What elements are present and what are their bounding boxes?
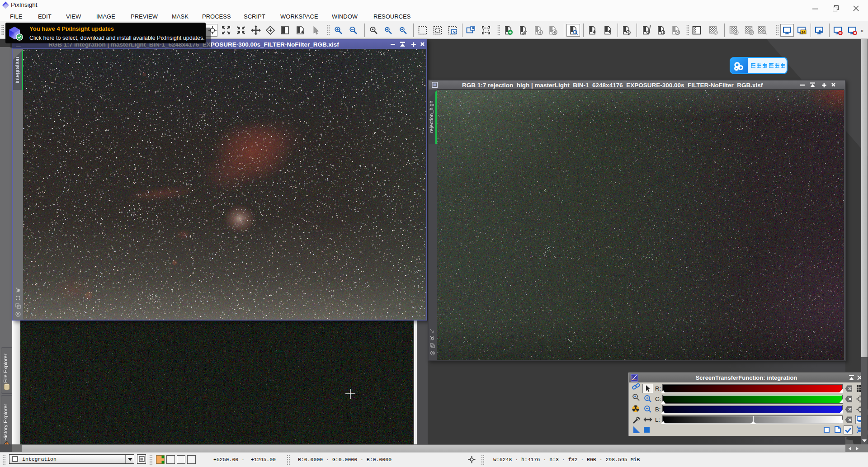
- svg-text:24: 24: [802, 30, 806, 34]
